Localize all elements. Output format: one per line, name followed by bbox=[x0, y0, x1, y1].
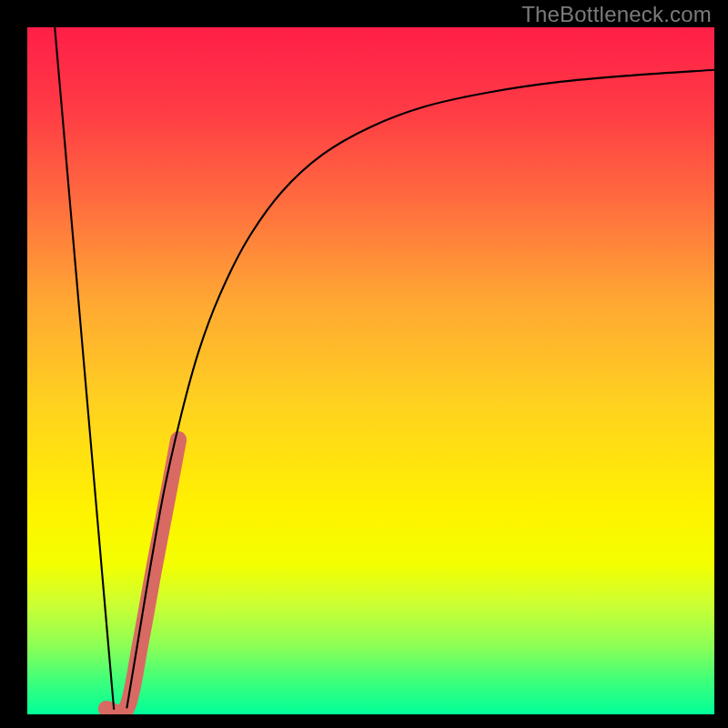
plot-area bbox=[27, 27, 714, 714]
watermark-text: TheBottleneck.com bbox=[521, 2, 712, 27]
svg-rect-0 bbox=[27, 27, 714, 714]
background-gradient bbox=[27, 27, 714, 714]
chart-frame: TheBottleneck.com bbox=[0, 0, 728, 728]
